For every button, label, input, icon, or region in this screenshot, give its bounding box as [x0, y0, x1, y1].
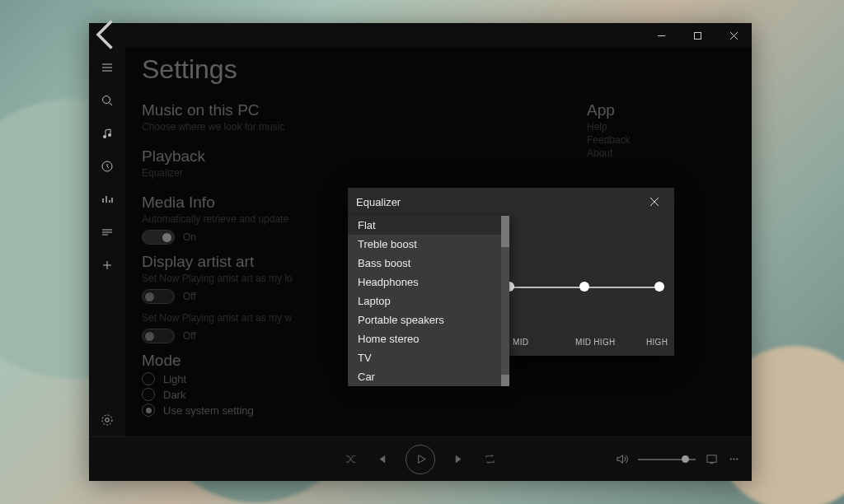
preset-option[interactable]: Flat [348, 216, 509, 235]
back-arrow-icon [89, 16, 125, 53]
svg-rect-13 [707, 455, 716, 462]
preset-option[interactable]: Treble boost [348, 235, 509, 254]
playback-bar [89, 436, 752, 481]
preset-option[interactable]: Home stereo [348, 329, 509, 348]
svg-point-6 [103, 135, 106, 138]
eq-label-mid: MID [513, 338, 528, 347]
preset-option[interactable]: Headphones [348, 273, 509, 292]
repeat-button[interactable] [484, 453, 496, 465]
volume-button[interactable] [616, 453, 628, 465]
clock-icon [101, 160, 114, 173]
repeat-icon [484, 453, 496, 465]
sidebar [89, 48, 125, 436]
window-minimize-button[interactable] [643, 23, 679, 48]
eq-label-midhigh: MID HIGH [575, 338, 616, 347]
playlist-icon [101, 226, 114, 239]
preset-option[interactable]: TV [348, 348, 509, 367]
play-icon [415, 453, 427, 465]
previous-button[interactable] [375, 453, 387, 465]
svg-point-7 [108, 133, 111, 137]
svg-point-4 [103, 96, 110, 104]
next-button[interactable] [453, 453, 466, 465]
volume-slider[interactable] [638, 459, 696, 460]
bars-icon [101, 193, 114, 206]
svg-point-10 [102, 415, 112, 425]
dropdown-scrollbar[interactable] [501, 216, 509, 386]
plus-icon [101, 259, 114, 272]
svg-point-15 [730, 459, 732, 460]
eq-label-high: HIGH [646, 338, 668, 347]
preset-option[interactable]: Bass boost [348, 254, 509, 273]
svg-point-17 [736, 459, 738, 460]
eq-slider-midhigh[interactable] [579, 282, 589, 292]
next-icon [453, 453, 466, 465]
svg-point-16 [734, 459, 735, 460]
window-maximize-button[interactable] [679, 23, 715, 48]
volume-icon [616, 453, 628, 465]
sidebar-music-button[interactable] [89, 117, 125, 150]
sidebar-nowplaying-button[interactable] [89, 183, 125, 216]
more-button[interactable] [728, 453, 740, 465]
more-icon [728, 453, 740, 465]
dialog-title: Equalizer [356, 196, 401, 208]
sidebar-menu-button[interactable] [89, 51, 125, 84]
eq-slider-high[interactable] [654, 282, 664, 292]
preset-option[interactable]: Portable speakers [348, 310, 509, 329]
search-icon [101, 94, 114, 107]
svg-line-5 [110, 103, 113, 106]
dialog-close-button[interactable] [643, 190, 666, 213]
shuffle-icon [345, 453, 357, 465]
svg-rect-1 [694, 32, 701, 39]
svg-rect-14 [710, 463, 714, 464]
play-button[interactable] [406, 445, 435, 474]
previous-icon [375, 453, 387, 465]
sidebar-search-button[interactable] [89, 84, 125, 117]
sidebar-recent-button[interactable] [89, 150, 125, 183]
sidebar-playlists-button[interactable] [89, 216, 125, 249]
titlebar [89, 23, 752, 48]
sidebar-add-button[interactable] [89, 249, 125, 282]
shuffle-button[interactable] [345, 453, 357, 465]
preset-option[interactable]: Laptop [348, 292, 509, 310]
close-icon [649, 197, 659, 207]
sidebar-settings-button[interactable] [89, 404, 125, 436]
app-window: Settings Music on this PC Choose where w… [89, 23, 752, 481]
cast-button[interactable] [706, 453, 718, 465]
preset-dropdown-list: Flat Treble boost Bass boost Headphones … [348, 216, 509, 386]
cast-icon [706, 453, 718, 465]
music-note-icon [101, 127, 114, 140]
hamburger-icon [101, 61, 114, 74]
svg-point-9 [106, 418, 110, 422]
gear-icon [101, 413, 114, 427]
window-close-button[interactable] [715, 23, 752, 48]
preset-option[interactable]: Car [348, 367, 509, 386]
